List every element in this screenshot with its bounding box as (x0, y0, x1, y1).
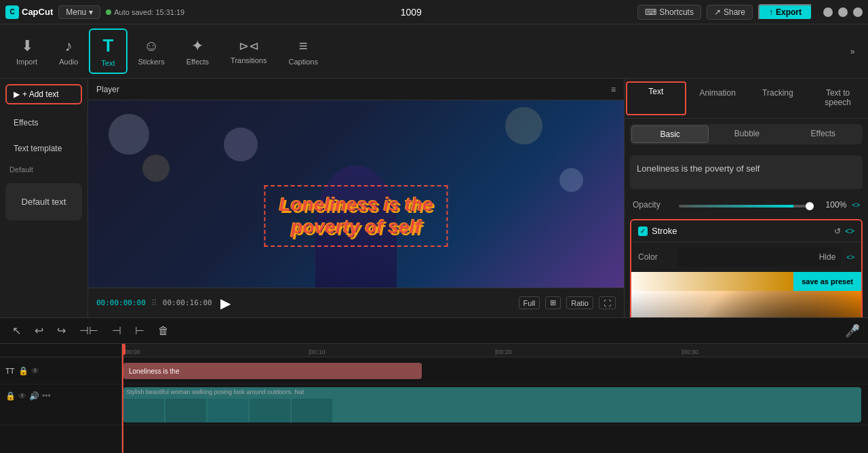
gradient-preview-bar (631, 272, 793, 291)
stroke-checkbox[interactable]: ✓ (638, 226, 648, 236)
timeline-track-labels: TT 🔒 👁 🔒 👁 🔊 ••• (0, 344, 122, 453)
close-button[interactable] (853, 7, 863, 17)
player-video: Loneliness is thepoverty of self (88, 100, 624, 288)
default-section-label: Default (0, 161, 87, 178)
trim-right-button[interactable]: ⊢ (131, 323, 149, 338)
saved-dot (106, 9, 111, 15)
export-button[interactable]: ↑ Export (758, 4, 812, 20)
eye-icon-2[interactable]: 👁 (18, 391, 26, 401)
default-text-card[interactable]: Default text (5, 183, 82, 220)
toolbar-more-button[interactable]: » (842, 41, 863, 62)
sub-tab-effects[interactable]: Effects (785, 125, 861, 143)
overlay-text: Loneliness is thepoverty of self (279, 193, 433, 239)
full-button[interactable]: Full (519, 296, 540, 309)
player-control-icons: Full ⊞ Ratio ⛶ (519, 296, 616, 309)
play-button[interactable]: ▶ (218, 292, 233, 314)
opacity-row: Opacity 100% <> (625, 195, 868, 215)
ruler-mark-10: |00:10 (309, 349, 326, 355)
text-content-box[interactable]: Loneliness is the poverty of self (630, 155, 863, 189)
trim-left-button[interactable]: ⊣ (108, 323, 125, 338)
text-track: Loneliness is the (122, 357, 868, 385)
audio-icon: ♪ (65, 37, 73, 55)
text-track-type: TT (5, 367, 14, 375)
select-tool-button[interactable]: ↖ (8, 323, 25, 338)
tab-text-to-speech[interactable]: Text to speech (809, 81, 867, 115)
color-arrows[interactable]: <> (846, 254, 854, 261)
lock-icon-2[interactable]: 🔒 (5, 391, 16, 401)
volume-icon[interactable]: 🔊 (29, 391, 39, 401)
toolbar-item-effects[interactable]: ✦ Effects (176, 28, 220, 74)
delete-button[interactable]: 🗑 (154, 323, 173, 338)
video-track-label: 🔒 👁 🔊 ••• (0, 385, 121, 425)
sub-tab-bubble[interactable]: Bubble (709, 125, 785, 143)
player-header: Player ≡ (88, 79, 624, 100)
opacity-slider-wrap (679, 200, 814, 210)
color-row: Color Hide <> (631, 242, 861, 272)
toolbar-item-text[interactable]: T Text (89, 28, 127, 74)
eye-icon[interactable]: 👁 (31, 366, 39, 376)
topbar: C CapCut Menu ▾ Auto saved: 15:31:19 100… (0, 0, 868, 24)
timeline: ↖ ↩ ↪ ⊣⊢ ⊣ ⊢ 🗑 🎤 TT 🔒 👁 🔒 👁 🔊 (0, 317, 868, 453)
toolbar-item-transitions[interactable]: ⊳⊲ Transitions (220, 28, 277, 74)
shortcuts-button[interactable]: ⌨ Shortcuts (637, 5, 701, 20)
color-gradient-box[interactable] (631, 291, 861, 317)
lock-icon[interactable]: 🔒 (18, 366, 28, 376)
text-template-item[interactable]: Text template (4, 137, 83, 160)
timeline-tracks-area: |00:00 |00:10 |00:20 |00:30 Loneliness i… (122, 344, 868, 453)
save-preset-button[interactable]: save as preset (793, 272, 861, 291)
toolbar-item-import[interactable]: ⬇ Import (5, 28, 48, 74)
ruler-mark-30: |00:30 (682, 349, 698, 355)
app-name: CapCut (22, 7, 53, 17)
color-label: Color (638, 252, 672, 262)
opacity-code-icon[interactable]: <> (852, 201, 860, 209)
color-swatch[interactable]: Hide (677, 248, 841, 267)
video-text-overlay: Loneliness is thepoverty of self (264, 185, 448, 247)
gradient-bg (631, 291, 861, 317)
opacity-slider[interactable] (679, 205, 814, 208)
split-button[interactable]: ⊣⊢ (75, 323, 102, 338)
ruler-spacer (0, 344, 121, 357)
toolbar-item-stickers[interactable]: ☺ Stickers (127, 28, 176, 74)
opacity-value: 100% (819, 200, 846, 210)
video-track: Cover Stylish beautiful woman walking po… (122, 385, 868, 425)
effects-icon: ✦ (191, 37, 203, 55)
playhead-line (122, 344, 123, 453)
minimize-button[interactable] (823, 7, 833, 17)
transitions-icon: ⊳⊲ (239, 39, 259, 54)
crop-button[interactable]: ⊞ (545, 296, 561, 309)
toolbar-item-audio[interactable]: ♪ Audio (48, 28, 89, 74)
timeline-ruler: |00:00 |00:10 |00:20 |00:30 (122, 344, 868, 357)
maximize-button[interactable] (838, 7, 848, 17)
tab-animation[interactable]: Animation (689, 81, 747, 115)
sub-tab-basic[interactable]: Basic (631, 125, 709, 143)
main-toolbar: ⬇ Import ♪ Audio T Text ☺ Stickers ✦ Eff… (0, 24, 868, 79)
player-controls: 00:00:00:00 ⠿ 00:00:16:00 ▶ Full ⊞ Ratio… (88, 288, 624, 317)
main-content: ▶ + Add text Effects Text template Defau… (0, 79, 868, 317)
hide-button[interactable]: Hide (819, 252, 836, 262)
captions-icon: ≡ (299, 37, 308, 55)
fullscreen-button[interactable]: ⛶ (599, 296, 616, 309)
text-track-icons: 🔒 👁 (18, 366, 39, 376)
undo-button[interactable]: ↩ (31, 323, 47, 338)
menu-button[interactable]: Menu ▾ (58, 5, 100, 19)
more-icon[interactable]: ••• (42, 391, 51, 401)
stroke-section: ✓ Stroke ↺ <> Color Hide <> save as (630, 219, 863, 317)
stroke-reset-icon[interactable]: ↺ (834, 226, 841, 236)
film-strip (123, 399, 861, 422)
right-panel: Text Animation Tracking Text to speech B… (624, 79, 868, 317)
tab-tracking[interactable]: Tracking (749, 81, 807, 115)
share-button[interactable]: ↗ Share (707, 5, 753, 20)
stroke-code-icon[interactable]: <> (845, 226, 854, 236)
mic-button[interactable]: 🎤 (845, 323, 860, 338)
player-area: Player ≡ Loneliness is thepoverty of sel… (88, 79, 624, 317)
video-clip[interactable]: Stylish beautiful woman walking posing l… (123, 387, 861, 422)
ratio-button[interactable]: Ratio (566, 296, 593, 309)
add-text-button[interactable]: ▶ + Add text (5, 84, 82, 104)
toolbar-item-captions[interactable]: ≡ Captions (277, 28, 328, 74)
tab-text[interactable]: Text (626, 81, 686, 115)
redo-button[interactable]: ↪ (53, 323, 70, 338)
app-logo: C CapCut (5, 5, 53, 19)
text-clip[interactable]: Loneliness is the (123, 363, 422, 379)
effects-item[interactable]: Effects (4, 111, 83, 134)
player-menu-icon[interactable]: ≡ (611, 85, 616, 94)
